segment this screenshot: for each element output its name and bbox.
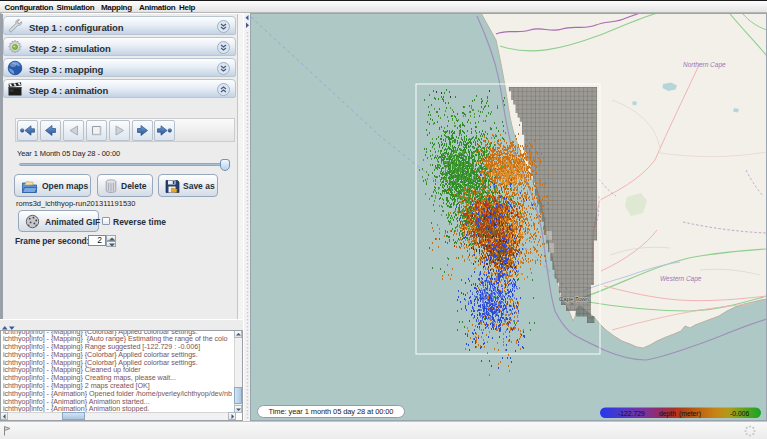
- svg-text:(meter): (meter): [679, 410, 701, 418]
- svg-text:-122.729: -122.729: [618, 410, 645, 417]
- svg-text:depth: depth: [659, 410, 676, 418]
- svg-text:Western Cape: Western Cape: [660, 275, 702, 283]
- svg-text:Cape Town: Cape Town: [559, 296, 589, 302]
- svg-text:-0.006: -0.006: [730, 410, 749, 417]
- svg-text:Northern Cape: Northern Cape: [683, 61, 726, 69]
